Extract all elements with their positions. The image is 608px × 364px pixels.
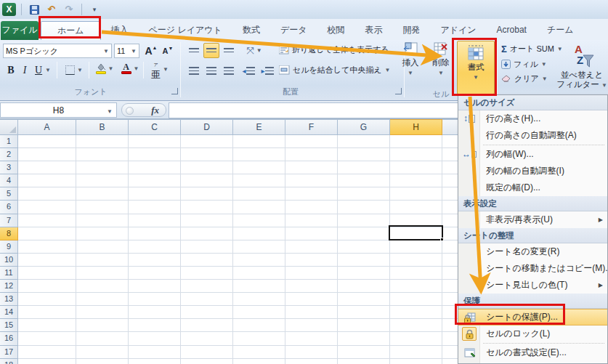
cell-G12[interactable] <box>338 280 390 293</box>
cell-D2[interactable] <box>181 148 233 161</box>
column-header-partial[interactable] <box>442 119 458 135</box>
cell-A11[interactable] <box>18 267 76 280</box>
cell-F5[interactable] <box>285 187 338 201</box>
cell-F4[interactable] <box>285 174 338 187</box>
cell-F17[interactable] <box>285 346 338 359</box>
cell-partial-1[interactable] <box>442 135 458 148</box>
cell-A9[interactable] <box>18 240 76 254</box>
cell-E5[interactable] <box>233 187 285 201</box>
cell-G1[interactable] <box>338 135 390 148</box>
cell-G18[interactable] <box>338 359 390 364</box>
redo-button[interactable]: ↷ <box>62 3 76 16</box>
cell-A17[interactable] <box>18 346 76 359</box>
cell-H9[interactable] <box>390 240 442 254</box>
cell-C6[interactable] <box>129 201 181 214</box>
cell-B11[interactable] <box>76 267 129 280</box>
decrease-indent-button[interactable]: ◂ <box>240 63 257 78</box>
select-all-corner[interactable] <box>0 119 18 135</box>
menu-item-lock-cell[interactable]: セルのロック(L) <box>458 325 607 342</box>
cell-partial-8[interactable] <box>442 227 458 240</box>
cell-C11[interactable] <box>129 267 181 280</box>
column-header-A[interactable]: A <box>18 119 76 135</box>
menu-item-default-width[interactable]: 既定の幅(D)... <box>458 179 607 196</box>
menu-item-tab-color[interactable]: シート見出しの色(T)▶ <box>458 277 607 294</box>
cell-G11[interactable] <box>338 267 390 280</box>
tab-formulas[interactable]: 数式 <box>232 21 270 40</box>
cell-C16[interactable] <box>129 332 181 345</box>
cell-F10[interactable] <box>285 254 338 267</box>
cell-A16[interactable] <box>18 332 76 345</box>
cell-partial-10[interactable] <box>442 254 458 267</box>
tab-insert[interactable]: 挿入 <box>101 21 139 40</box>
shrink-font-button[interactable]: A▼ <box>161 43 175 58</box>
cell-partial-7[interactable] <box>442 214 458 227</box>
cell-E14[interactable] <box>233 306 285 319</box>
fill-color-button[interactable]: ▼ <box>93 61 116 76</box>
cell-G17[interactable] <box>338 346 390 359</box>
cell-D16[interactable] <box>181 332 233 345</box>
cell-D15[interactable] <box>181 319 233 332</box>
cell-G8[interactable] <box>338 227 390 240</box>
cell-E15[interactable] <box>233 319 285 332</box>
cell-D6[interactable] <box>181 201 233 214</box>
cell-G15[interactable] <box>338 319 390 332</box>
cell-D12[interactable] <box>181 280 233 293</box>
cell-H12[interactable] <box>390 280 442 293</box>
tab-data[interactable]: データ <box>270 21 317 40</box>
cell-H14[interactable] <box>390 306 442 319</box>
cell-H15[interactable] <box>390 319 442 332</box>
cell-E2[interactable] <box>233 148 285 161</box>
menu-item-autofit-row-height[interactable]: 行の高さの自動調整(A) <box>458 127 607 144</box>
column-header-H[interactable]: H <box>390 119 442 135</box>
cell-A1[interactable] <box>18 135 76 148</box>
increase-indent-button[interactable]: ▸ <box>259 63 276 78</box>
bold-button[interactable]: B <box>4 62 17 78</box>
menu-item-column-width[interactable]: ↔ 列の幅(W)... <box>458 146 607 163</box>
cell-A15[interactable] <box>18 319 76 332</box>
cell-F7[interactable] <box>285 214 338 227</box>
cell-A12[interactable] <box>18 280 76 293</box>
cell-D3[interactable] <box>181 161 233 174</box>
cell-A6[interactable] <box>18 201 76 214</box>
cell-C2[interactable] <box>129 148 181 161</box>
cell-F14[interactable] <box>285 306 338 319</box>
cell-D9[interactable] <box>181 240 233 254</box>
font-name-combo[interactable]: MS Pゴシック▼ <box>3 44 112 58</box>
align-top-button[interactable] <box>186 43 202 58</box>
tab-page-layout[interactable]: ページ レイアウト <box>139 21 232 40</box>
cell-G5[interactable] <box>338 187 390 201</box>
cell-C18[interactable] <box>129 359 181 364</box>
cell-partial-6[interactable] <box>442 201 458 214</box>
cell-B6[interactable] <box>76 201 129 214</box>
cell-B3[interactable] <box>76 161 129 174</box>
underline-button[interactable]: U ▼ <box>32 62 54 78</box>
cell-E8[interactable] <box>233 227 285 240</box>
cell-B4[interactable] <box>76 174 129 187</box>
clear-button[interactable]: クリア▼ <box>501 73 548 84</box>
selected-cell-H8[interactable] <box>389 225 443 240</box>
cell-G2[interactable] <box>338 148 390 161</box>
menu-item-rename-sheet[interactable]: シート名の変更(R) <box>458 243 607 260</box>
align-right-button[interactable] <box>221 63 237 78</box>
phonetic-guide-button[interactable]: ア亜▼ <box>147 62 172 77</box>
cell-F18[interactable] <box>285 359 338 364</box>
row-header-16[interactable]: 16 <box>0 332 18 345</box>
cell-C17[interactable] <box>129 346 181 359</box>
cell-D14[interactable] <box>181 306 233 319</box>
cell-B10[interactable] <box>76 254 129 267</box>
cell-H4[interactable] <box>390 174 442 187</box>
cell-B15[interactable] <box>76 319 129 332</box>
menu-item-row-height[interactable]: ↕ 行の高さ(H)... <box>458 110 607 127</box>
cell-E7[interactable] <box>233 214 285 227</box>
align-bottom-button[interactable] <box>221 43 237 58</box>
cell-E10[interactable] <box>233 254 285 267</box>
autosum-button[interactable]: Σ オート SUM▼ <box>501 44 563 54</box>
cell-G16[interactable] <box>338 332 390 345</box>
cell-E16[interactable] <box>233 332 285 345</box>
cell-H13[interactable] <box>390 293 442 306</box>
cell-D11[interactable] <box>181 267 233 280</box>
row-header-1[interactable]: 1 <box>0 135 18 148</box>
cell-G3[interactable] <box>338 161 390 174</box>
cell-F2[interactable] <box>285 148 338 161</box>
cell-E17[interactable] <box>233 346 285 359</box>
